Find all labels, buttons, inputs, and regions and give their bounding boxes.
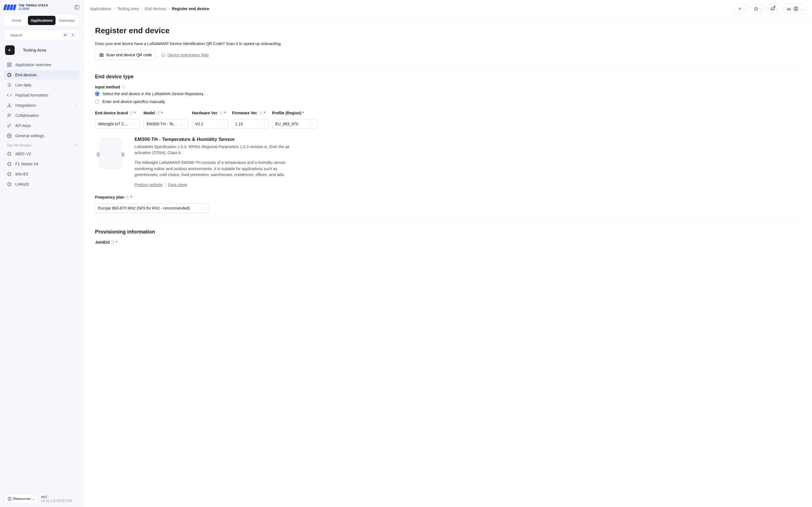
device-image xyxy=(95,136,126,170)
panel-collapse-icon[interactable] xyxy=(74,5,80,10)
svg-point-21 xyxy=(9,104,10,105)
chip-icon xyxy=(7,182,12,187)
chip-icon xyxy=(7,151,12,156)
main-tabs: Home Applications Gateways xyxy=(4,14,80,26)
star-button[interactable]: ⌵ xyxy=(751,4,765,13)
frequency-plan-label: Frequency plan ? * xyxy=(95,195,209,200)
integrations-icon xyxy=(7,103,12,108)
svg-point-24 xyxy=(8,114,10,115)
svg-rect-70 xyxy=(788,8,789,10)
add-top-device-button[interactable]: + xyxy=(75,144,77,147)
svg-rect-7 xyxy=(7,65,9,67)
svg-rect-27 xyxy=(8,153,11,155)
chevron-down-icon: ⌵ xyxy=(74,93,77,98)
nav-application-overview[interactable]: Application overview xyxy=(4,60,80,69)
brand-label: End device brand?* xyxy=(95,111,140,115)
radio-manual[interactable]: Enter end device specifics manually xyxy=(95,100,801,104)
svg-point-25 xyxy=(8,125,9,127)
nav-api-keys[interactable]: API keys xyxy=(4,121,80,130)
info-icon[interactable]: ? xyxy=(125,195,129,199)
nav-end-devices[interactable]: End devices xyxy=(4,70,80,80)
profile-select[interactable]: EU_863_870⌵ xyxy=(272,119,317,129)
breadcrumb-link[interactable]: End devices xyxy=(145,6,166,11)
device-name: EM300-TH - Temperature & Humidity Sensor xyxy=(135,136,292,142)
inbox-button[interactable]: ⌵ xyxy=(767,4,781,13)
radio-unchecked-icon xyxy=(95,100,100,104)
top-device-item[interactable]: Wio-E5 xyxy=(4,169,80,179)
breadcrumb-link[interactable]: Testing Area xyxy=(117,6,139,11)
tab-applications[interactable]: Applications xyxy=(28,16,56,25)
top-device-item[interactable]: LoRa32 xyxy=(4,179,80,189)
resources-button[interactable]: Resources ⌵ xyxy=(4,494,38,503)
nav-live-data[interactable]: Live data xyxy=(4,80,80,90)
datasheet-link[interactable]: Data sheet xyxy=(168,182,187,187)
svg-rect-71 xyxy=(789,9,790,10)
frequency-plan-select[interactable]: Europe 863-870 MHz (SF9 for RX2 - recomm… xyxy=(95,203,209,213)
info-icon[interactable]: ? xyxy=(156,111,160,115)
arrow-left-icon xyxy=(8,48,12,52)
section-provisioning: Provisioning information xyxy=(95,229,801,235)
chip-icon xyxy=(7,172,12,177)
radio-repository[interactable]: Select the end device in the LoRaWAN Dev… xyxy=(95,92,801,96)
top-device-item[interactable]: F1 Starter Kit xyxy=(4,159,80,169)
svg-point-74 xyxy=(795,8,797,9)
info-icon[interactable]: ? xyxy=(111,240,115,244)
page-lead: Does your end device have a LoRaWAN® Dev… xyxy=(95,41,801,46)
grid-icon xyxy=(7,62,12,67)
nav-integrations[interactable]: Integrations ⌵ xyxy=(4,101,80,110)
svg-marker-68 xyxy=(754,7,758,10)
breadcrumb-link[interactable]: Applications xyxy=(90,6,111,11)
brand-logo xyxy=(4,4,16,10)
hardware-select[interactable]: V2.2⌵ xyxy=(192,119,229,129)
product-website-link[interactable]: Product website xyxy=(135,182,163,187)
nav-payload-formatters[interactable]: Payload formatters ⌵ xyxy=(4,91,80,100)
gear-icon xyxy=(7,133,12,138)
code-icon xyxy=(7,93,12,98)
application-name: Testing Area xyxy=(18,45,46,55)
account-button[interactable]: ⌵ xyxy=(784,4,806,13)
svg-rect-6 xyxy=(10,63,11,64)
nav-collaborators[interactable]: Collaborators xyxy=(4,111,80,120)
chevron-down-icon: ⌵ xyxy=(776,6,778,11)
search-input[interactable]: ⌘K xyxy=(4,30,80,40)
search-shortcut: ⌘K xyxy=(62,33,76,38)
brand-select[interactable]: Milesight IoT Co…⌵ xyxy=(95,119,140,129)
nav-general-settings[interactable]: General settings xyxy=(4,131,80,140)
svg-rect-72 xyxy=(790,8,791,10)
model-select[interactable]: EM300-TH - Te…⌵ xyxy=(144,119,189,129)
org-icon xyxy=(786,6,791,11)
svg-rect-36 xyxy=(8,163,11,165)
plus-icon xyxy=(738,6,742,11)
key-icon xyxy=(7,123,12,128)
camera-icon xyxy=(99,53,104,57)
chevron-down-icon: ⌵ xyxy=(33,497,35,501)
info-icon[interactable]: ? xyxy=(259,111,263,115)
add-button[interactable]: ⌵ xyxy=(735,4,748,13)
back-button[interactable] xyxy=(5,45,15,55)
info-icon[interactable]: ? xyxy=(219,111,223,115)
chevron-down-icon: ⌵ xyxy=(74,103,77,108)
chevron-down-icon: ⌵ xyxy=(760,6,762,11)
svg-rect-0 xyxy=(75,5,79,9)
breadcrumb-current: Register end device xyxy=(172,6,209,11)
chip-icon xyxy=(7,161,12,166)
input-method-label: Input method ? xyxy=(95,85,801,89)
firmware-select[interactable]: 1.15⌵ xyxy=(232,119,269,129)
info-icon[interactable]: ? xyxy=(121,85,125,89)
tab-gateways[interactable]: Gateways xyxy=(56,16,78,25)
svg-rect-45 xyxy=(8,173,11,175)
brand-text: THE THINGS STACK CLOUD xyxy=(18,4,48,10)
scan-qr-button[interactable]: Scan end device QR code xyxy=(95,50,156,60)
registration-help-link[interactable]: Device registration help xyxy=(161,53,209,57)
top-device-item[interactable]: AB01-V2 xyxy=(4,149,80,159)
svg-rect-54 xyxy=(8,183,11,186)
info-icon[interactable]: ? xyxy=(129,111,133,115)
users-icon xyxy=(7,113,12,118)
book-icon xyxy=(161,53,166,57)
tab-home[interactable]: Home xyxy=(5,16,28,25)
star-icon xyxy=(754,6,758,11)
notification-dot xyxy=(774,6,775,8)
model-label: Model?* xyxy=(144,111,189,115)
cluster-version: eu1 · v3.32.1.6738267293 xyxy=(41,495,79,503)
svg-rect-9 xyxy=(8,74,11,76)
